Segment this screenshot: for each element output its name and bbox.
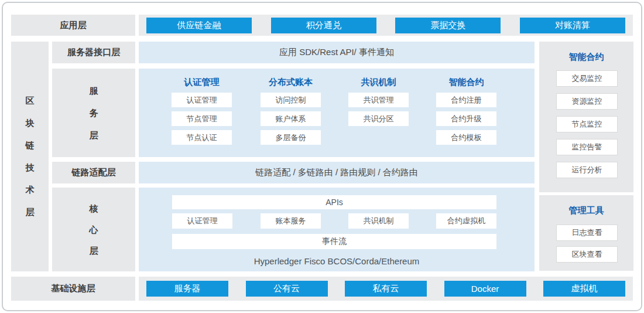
right-panel-header: 智能合约 [539, 50, 633, 63]
monitor-item: 节点监控 [556, 116, 618, 132]
service-item: 合约注册 [436, 93, 496, 107]
layer-label-service: 服务层 [52, 69, 135, 157]
right-panel-smart-contract: 智能合约 交易监控 资源监控 节点监控 监控告警 运行分析 [539, 42, 633, 192]
service-column-header: 分布式账本 [261, 76, 321, 89]
infra-button-public-cloud: 公有云 [246, 281, 328, 297]
event-stream-bar: 事件流 [172, 234, 496, 249]
service-item: 节点认证 [172, 130, 232, 145]
core-box-consensus: 共识机制 [348, 213, 409, 229]
service-item: 认证管理 [172, 93, 232, 107]
core-box-contract-vm: 合约虚拟机 [436, 213, 496, 229]
blockchain-architecture-diagram: 应用层 供应链金融 积分通兑 票据交换 对账清算 区块链技术层 服务器接口层 服… [0, 0, 644, 313]
service-column-header: 认证管理 [172, 76, 232, 89]
service-column-smart-contract: 智能合约 合约注册 合约升级 合约模板 [436, 69, 496, 145]
apis-bar: APIs [172, 195, 496, 209]
monitor-item: 资源监控 [556, 93, 618, 110]
service-column-consensus: 共识机制 共识管理 共识分区 [348, 69, 409, 126]
app-button-supply-chain-finance: 供应链金融 [146, 18, 252, 33]
service-layer-panel: 认证管理 认证管理 节点管理 节点认证 分布式账本 访问控制 账户体系 多层备份… [139, 69, 535, 157]
layer-label-application: 应用层 [11, 15, 135, 36]
core-box-ledger-service: 账本服务 [261, 213, 321, 229]
service-item: 多层备份 [261, 130, 321, 145]
layer-label-blockchain-technology: 区块链技术层 [11, 42, 49, 271]
core-layer-vertical-text: 核心层 [89, 198, 98, 261]
right-panel-header: 管理工具 [539, 204, 633, 217]
service-item: 共识管理 [348, 93, 409, 107]
service-item: 共识分区 [348, 111, 409, 126]
blockchain-technology-vertical-text: 区块链技术层 [25, 90, 35, 223]
service-column-ledger: 分布式账本 访问控制 账户体系 多层备份 [261, 69, 321, 145]
service-layer-vertical-text: 服务层 [89, 80, 98, 147]
monitor-item: 交易监控 [556, 70, 618, 87]
service-column-header: 智能合约 [436, 76, 496, 89]
application-button-strip: 供应链金融 积分通兑 票据交换 对账清算 [139, 15, 633, 36]
platforms-text: Hyperledger Fisco BCOS/Corda/Ethereum [139, 254, 535, 268]
infrastructure-button-strip: 服务器 公有云 私有云 Docker 虚拟机 [139, 277, 633, 301]
app-button-reconciliation: 对账清算 [520, 18, 625, 33]
infra-button-docker: Docker [444, 281, 526, 297]
service-column-header: 共识机制 [348, 76, 409, 89]
right-panel-management-tools: 管理工具 日志查看 区块查看 [539, 195, 633, 271]
tool-item: 区块查看 [556, 246, 618, 263]
app-button-points-exchange: 积分通兑 [271, 18, 376, 33]
infra-button-private-cloud: 私有云 [345, 281, 427, 297]
sdk-api-bar: 应用 SDK/Rest API/ 事件通知 [139, 42, 535, 63]
layer-label-link-adaptation: 链路适配层 [52, 162, 135, 183]
app-button-bill-exchange: 票据交换 [395, 18, 501, 33]
service-item: 合约升级 [436, 111, 496, 126]
core-box-auth: 认证管理 [172, 213, 232, 229]
service-item: 账户体系 [261, 111, 321, 126]
service-item: 访问控制 [261, 93, 321, 107]
infra-button-server: 服务器 [146, 281, 228, 297]
core-layer-panel: APIs 认证管理 账本服务 共识机制 合约虚拟机 事件流 Hyperledge… [139, 188, 535, 271]
layer-label-server-interface: 服务器接口层 [52, 42, 135, 63]
layer-label-core: 核心层 [52, 188, 135, 271]
monitor-item: 监控告警 [556, 139, 618, 155]
link-adaptation-bar: 链路适配 / 多链路由 / 路由规则 / 合约路由 [139, 162, 535, 183]
infra-button-vm: 虚拟机 [543, 281, 625, 297]
tool-item: 日志查看 [556, 224, 618, 241]
service-item: 节点管理 [172, 111, 232, 126]
monitor-item: 运行分析 [556, 162, 618, 178]
service-item: 合约模板 [436, 130, 496, 145]
layer-label-infrastructure: 基础设施层 [11, 277, 135, 301]
service-column-auth: 认证管理 认证管理 节点管理 节点认证 [172, 69, 232, 145]
